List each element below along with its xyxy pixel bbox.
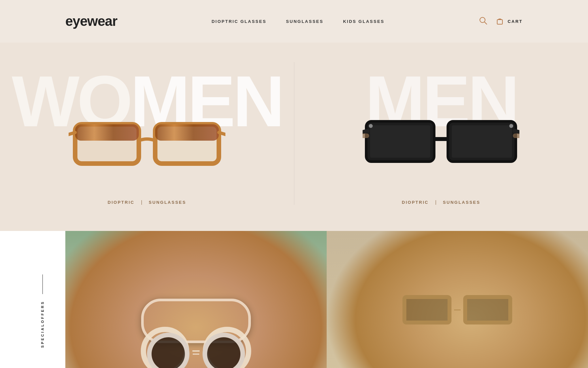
header-actions: CART <box>479 16 523 26</box>
svg-point-16 <box>509 124 513 128</box>
offer-image-women[interactable] <box>65 231 327 368</box>
women-glasses <box>65 95 229 186</box>
special-offers-text: SPECIALOFFERS <box>41 301 44 348</box>
svg-rect-12 <box>449 123 514 160</box>
women-hero-links: DIOPTRIC | SUNGLASSES <box>108 200 186 205</box>
svg-rect-18 <box>513 133 519 138</box>
cart-label: CART <box>508 19 523 24</box>
svg-rect-4 <box>75 124 139 141</box>
logo-light: eye <box>65 13 87 29</box>
men-dioptric-link[interactable]: DIOPTRIC <box>402 200 429 205</box>
women-left-lens <box>147 333 189 368</box>
svg-rect-17 <box>363 133 369 138</box>
men-panel: MEN <box>294 62 588 205</box>
special-text: SPECIAL <box>41 323 44 348</box>
men-left-lens <box>402 295 451 324</box>
men-links-divider: | <box>435 200 436 205</box>
offers-text: OFFERS <box>41 301 44 323</box>
header: eyewear DIOPTRIC GLASSES SUNGLASSES KIDS… <box>0 0 588 43</box>
women-glasses-svg <box>69 105 225 177</box>
special-offers-label: SPECIALOFFERS <box>0 231 65 368</box>
offers-images <box>65 231 588 368</box>
search-button[interactable] <box>479 16 487 26</box>
special-offers-section: SPECIALOFFERS <box>0 231 588 368</box>
svg-rect-2 <box>497 20 502 24</box>
women-bridge <box>193 354 199 355</box>
vertical-line <box>42 274 43 294</box>
men-glasses-svg <box>363 105 519 177</box>
women-right-lens <box>203 333 245 368</box>
men-bridge <box>454 309 461 310</box>
offer-image-men[interactable] <box>327 231 588 368</box>
search-icon <box>479 16 487 25</box>
hero-section: WOMEN <box>0 43 588 231</box>
men-right-lens <box>463 295 512 324</box>
nav-dioptric-glasses[interactable]: DIOPTRIC GLASSES <box>212 19 267 24</box>
cart-icon <box>495 17 504 26</box>
women-dioptric-link[interactable]: DIOPTRIC <box>108 200 135 205</box>
logo-bold: wear <box>87 13 117 29</box>
svg-rect-6 <box>155 124 219 141</box>
men-sunglasses-link[interactable]: SUNGLASSES <box>443 200 481 205</box>
nav-kids-glasses[interactable]: KIDS GLASSES <box>343 19 384 24</box>
svg-point-15 <box>369 124 373 128</box>
svg-line-1 <box>484 22 487 24</box>
nav-sunglasses[interactable]: SUNGLASSES <box>286 19 324 24</box>
women-panel: WOMEN <box>0 62 294 205</box>
hero-inner: WOMEN <box>0 62 588 205</box>
women-sunglasses-link[interactable]: SUNGLASSES <box>149 200 186 205</box>
logo[interactable]: eyewear <box>65 13 117 29</box>
main-nav: DIOPTRIC GLASSES SUNGLASSES KIDS GLASSES <box>212 19 384 24</box>
cart-button[interactable]: CART <box>495 17 523 26</box>
men-glasses <box>359 95 523 186</box>
men-hero-links: DIOPTRIC | SUNGLASSES <box>402 200 480 205</box>
women-links-divider: | <box>141 200 142 205</box>
svg-rect-10 <box>368 123 433 160</box>
